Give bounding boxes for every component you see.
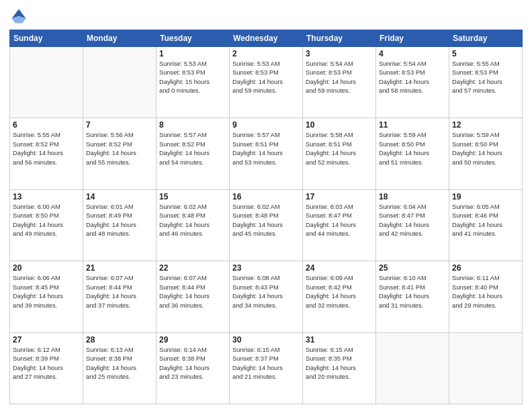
day-number: 31 [306,335,373,345]
calendar-cell: 20Sunrise: 6:06 AM Sunset: 8:45 PM Dayli… [10,261,83,332]
day-number: 9 [232,120,300,130]
day-number: 1 [159,49,226,58]
day-info: Sunrise: 5:54 AM Sunset: 8:53 PM Dayligh… [379,60,446,96]
day-info: Sunrise: 5:54 AM Sunset: 8:53 PM Dayligh… [306,60,373,96]
day-info: Sunrise: 6:02 AM Sunset: 8:48 PM Dayligh… [232,203,300,239]
day-number: 19 [452,192,519,201]
calendar-cell [449,332,523,404]
day-number: 15 [159,192,226,201]
day-number: 16 [232,192,300,201]
day-number: 21 [86,263,153,273]
day-number: 22 [159,263,226,273]
day-info: Sunrise: 6:06 AM Sunset: 8:45 PM Dayligh… [13,274,80,310]
calendar-cell: 11Sunrise: 5:59 AM Sunset: 8:50 PM Dayli… [376,118,449,189]
calendar-cell: 31Sunrise: 6:15 AM Sunset: 8:35 PM Dayli… [303,332,376,404]
day-info: Sunrise: 6:14 AM Sunset: 8:38 PM Dayligh… [159,346,226,382]
calendar-cell: 22Sunrise: 6:07 AM Sunset: 8:44 PM Dayli… [157,261,230,332]
calendar-cell: 8Sunrise: 5:57 AM Sunset: 8:52 PM Daylig… [157,118,230,189]
calendar-cell: 21Sunrise: 6:07 AM Sunset: 8:44 PM Dayli… [83,261,157,332]
calendar-cell: 6Sunrise: 5:55 AM Sunset: 8:52 PM Daylig… [10,118,83,189]
day-number: 25 [379,263,446,273]
day-info: Sunrise: 6:11 AM Sunset: 8:40 PM Dayligh… [452,274,519,310]
calendar-cell: 15Sunrise: 6:02 AM Sunset: 8:48 PM Dayli… [157,189,230,261]
day-number: 23 [232,263,300,273]
day-info: Sunrise: 5:59 AM Sunset: 8:50 PM Dayligh… [379,131,446,167]
calendar-header-row: SundayMondayTuesdayWednesdayThursdayFrid… [10,30,523,47]
calendar-header-monday: Monday [83,30,157,47]
day-info: Sunrise: 6:13 AM Sunset: 8:38 PM Dayligh… [86,346,153,382]
calendar-cell: 5Sunrise: 5:55 AM Sunset: 8:53 PM Daylig… [449,47,523,118]
calendar-cell: 18Sunrise: 6:04 AM Sunset: 8:47 PM Dayli… [376,189,449,261]
day-info: Sunrise: 6:07 AM Sunset: 8:44 PM Dayligh… [86,274,153,310]
day-number: 12 [452,120,519,130]
calendar-cell: 26Sunrise: 6:11 AM Sunset: 8:40 PM Dayli… [449,261,523,332]
calendar-cell [10,47,83,118]
calendar-cell [376,332,449,404]
page: SundayMondayTuesdayWednesdayThursdayFrid… [0,0,532,411]
day-info: Sunrise: 6:01 AM Sunset: 8:49 PM Dayligh… [86,203,153,239]
calendar-cell: 25Sunrise: 6:10 AM Sunset: 8:41 PM Dayli… [376,261,449,332]
day-info: Sunrise: 6:15 AM Sunset: 8:37 PM Dayligh… [232,346,300,382]
calendar-cell: 28Sunrise: 6:13 AM Sunset: 8:38 PM Dayli… [83,332,157,404]
calendar-week-1: 6Sunrise: 5:55 AM Sunset: 8:52 PM Daylig… [10,118,523,189]
calendar-header-saturday: Saturday [449,30,523,47]
header [9,7,523,26]
calendar-cell: 16Sunrise: 6:02 AM Sunset: 8:48 PM Dayli… [230,189,303,261]
day-info: Sunrise: 6:15 AM Sunset: 8:35 PM Dayligh… [306,346,373,382]
calendar-table: SundayMondayTuesdayWednesdayThursdayFrid… [9,30,523,404]
day-number: 24 [306,263,373,273]
calendar-cell: 1Sunrise: 5:53 AM Sunset: 8:53 PM Daylig… [157,47,230,118]
day-number: 11 [379,120,446,130]
day-number: 27 [13,335,80,345]
day-number: 17 [306,192,373,201]
calendar-cell: 9Sunrise: 5:57 AM Sunset: 8:51 PM Daylig… [230,118,303,189]
day-info: Sunrise: 6:10 AM Sunset: 8:41 PM Dayligh… [379,274,446,310]
calendar-cell [83,47,157,118]
day-number: 13 [13,192,80,201]
day-info: Sunrise: 6:12 AM Sunset: 8:39 PM Dayligh… [13,346,80,382]
day-number: 6 [13,120,80,130]
day-info: Sunrise: 5:53 AM Sunset: 8:53 PM Dayligh… [159,60,226,96]
day-info: Sunrise: 5:55 AM Sunset: 8:52 PM Dayligh… [13,131,80,167]
day-number: 10 [306,120,373,130]
calendar-cell: 13Sunrise: 6:00 AM Sunset: 8:50 PM Dayli… [10,189,83,261]
day-info: Sunrise: 6:00 AM Sunset: 8:50 PM Dayligh… [13,203,80,239]
logo [9,7,31,26]
day-number: 14 [86,192,153,201]
calendar-cell: 2Sunrise: 5:53 AM Sunset: 8:53 PM Daylig… [230,47,303,118]
day-number: 5 [452,49,519,58]
day-number: 18 [379,192,446,201]
calendar-header-tuesday: Tuesday [157,30,230,47]
day-info: Sunrise: 6:05 AM Sunset: 8:46 PM Dayligh… [452,203,519,239]
day-number: 20 [13,263,80,273]
day-info: Sunrise: 5:57 AM Sunset: 8:51 PM Dayligh… [232,131,300,167]
calendar-cell: 7Sunrise: 5:56 AM Sunset: 8:52 PM Daylig… [83,118,157,189]
calendar-cell: 17Sunrise: 6:03 AM Sunset: 8:47 PM Dayli… [303,189,376,261]
day-info: Sunrise: 6:03 AM Sunset: 8:47 PM Dayligh… [306,203,373,239]
day-info: Sunrise: 5:53 AM Sunset: 8:53 PM Dayligh… [232,60,300,96]
calendar-week-0: 1Sunrise: 5:53 AM Sunset: 8:53 PM Daylig… [10,47,523,118]
day-info: Sunrise: 6:04 AM Sunset: 8:47 PM Dayligh… [379,203,446,239]
day-info: Sunrise: 5:57 AM Sunset: 8:52 PM Dayligh… [159,131,226,167]
day-info: Sunrise: 5:59 AM Sunset: 8:50 PM Dayligh… [452,131,519,167]
day-info: Sunrise: 5:55 AM Sunset: 8:53 PM Dayligh… [452,60,519,96]
day-number: 8 [159,120,226,130]
calendar-cell: 3Sunrise: 5:54 AM Sunset: 8:53 PM Daylig… [303,47,376,118]
day-number: 30 [232,335,300,345]
day-number: 7 [86,120,153,130]
calendar-header-friday: Friday [376,30,449,47]
day-number: 2 [232,49,300,58]
day-info: Sunrise: 6:07 AM Sunset: 8:44 PM Dayligh… [159,274,226,310]
calendar-header-sunday: Sunday [10,30,83,47]
calendar-cell: 10Sunrise: 5:58 AM Sunset: 8:51 PM Dayli… [303,118,376,189]
calendar-cell: 23Sunrise: 6:08 AM Sunset: 8:43 PM Dayli… [230,261,303,332]
day-number: 28 [86,335,153,345]
day-number: 29 [159,335,226,345]
calendar-cell: 30Sunrise: 6:15 AM Sunset: 8:37 PM Dayli… [230,332,303,404]
day-number: 26 [452,263,519,273]
day-info: Sunrise: 5:58 AM Sunset: 8:51 PM Dayligh… [306,131,373,167]
calendar-week-4: 27Sunrise: 6:12 AM Sunset: 8:39 PM Dayli… [10,332,523,404]
calendar-cell: 24Sunrise: 6:09 AM Sunset: 8:42 PM Dayli… [303,261,376,332]
calendar-cell: 19Sunrise: 6:05 AM Sunset: 8:46 PM Dayli… [449,189,523,261]
day-info: Sunrise: 6:08 AM Sunset: 8:43 PM Dayligh… [232,274,300,310]
